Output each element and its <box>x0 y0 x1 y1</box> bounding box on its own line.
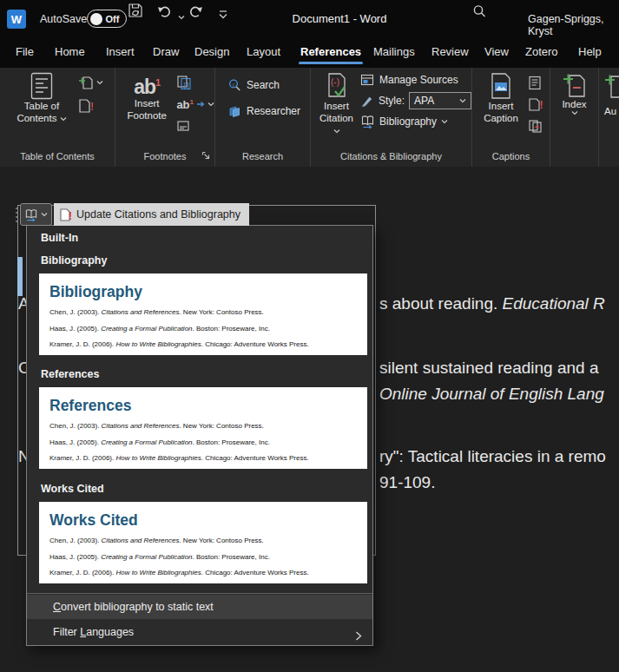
update-figures-icon: ! <box>528 97 543 112</box>
menu-item-convert-bibliography[interactable]: Convert bibliography to static text <box>27 595 372 619</box>
insert-endnote-button[interactable]: [i] <box>176 74 214 91</box>
doc-text-line1: s about reading. Educational R <box>379 294 605 313</box>
tab-review[interactable]: Review <box>431 39 469 65</box>
update-citations-button[interactable]: ! Update Citations and Bibliography <box>54 203 249 226</box>
index-icon <box>563 72 587 98</box>
bibliography-menu-button[interactable] <box>20 203 52 226</box>
manage-sources-icon <box>360 74 375 87</box>
document-title: Document1 - Word <box>257 12 422 25</box>
word-window: W AutoSave Off Document1 - Word <box>0 0 619 672</box>
svg-text:!: ! <box>90 100 93 113</box>
partial-group-text: Au <box>604 106 616 116</box>
citation-entry: Kramer, J. D. (2006). How to Write Bibli… <box>49 569 367 576</box>
mark-citation-icon <box>604 73 619 99</box>
tab-mailings[interactable]: Mailings <box>373 39 415 65</box>
tab-home[interactable]: Home <box>55 39 85 65</box>
group-label-footnotes: Footnotes <box>144 151 187 161</box>
gallery-item-references[interactable]: References Chen, J. (2003). Citations an… <box>39 387 367 469</box>
researcher-icon <box>227 104 242 119</box>
doc-text-line2: silent sustained reading and a <box>379 359 598 378</box>
gallery-item-works-cited[interactable]: Works Cited Chen, J. (2003). Citations a… <box>39 502 367 583</box>
insert-caption-icon <box>489 72 513 100</box>
tab-help[interactable]: Help <box>578 39 602 65</box>
bibliography-control-toolbar: ! Update Citations and Bibliography <box>16 202 249 227</box>
insert-citation-button[interactable]: (-) Insert Citation <box>319 68 353 136</box>
bibliography-icon <box>360 115 375 128</box>
tab-draw[interactable]: Draw <box>153 39 179 65</box>
bibliography-book-icon <box>24 208 38 221</box>
group-label-research: Research <box>242 151 283 161</box>
next-footnote-button[interactable]: ab1 <box>176 96 214 113</box>
svg-text:W: W <box>11 13 23 26</box>
table-of-figures-icon <box>528 76 542 90</box>
group-label-toc: Table of Contents <box>20 151 95 161</box>
title-bar: W AutoSave Off Document1 - Word <box>0 0 619 39</box>
autosave-toggle[interactable]: Off <box>87 10 127 28</box>
tab-file[interactable]: File <box>16 39 34 65</box>
svg-text:[i]: [i] <box>184 81 189 89</box>
svg-text:!: ! <box>69 209 72 221</box>
autosave-label: AutoSave <box>40 13 87 25</box>
group-table-of-contents: Table of Contents <box>0 68 115 167</box>
tab-references[interactable]: References <box>300 39 361 65</box>
manage-sources-button[interactable]: Manage Sources <box>360 69 471 90</box>
bibliography-gallery-dropdown: Built-In Bibliography Bibliography Chen,… <box>26 225 373 646</box>
research-search-icon: i <box>227 78 242 93</box>
menu-separator <box>27 593 372 594</box>
table-of-contents-button[interactable]: Table of Contents <box>10 68 73 124</box>
show-notes-button[interactable] <box>176 117 214 135</box>
citation-entry: Kramer, J. D. (2006). How to Write Bibli… <box>49 454 367 462</box>
insert-footnote-button[interactable]: ab1 Insert Footnote <box>124 68 169 122</box>
group-research: i Search Researcher Research <box>215 68 311 167</box>
style-select[interactable]: APA <box>409 92 471 109</box>
citation-entry: Haas, J. (2005). Creating a Formal Publi… <box>49 325 367 333</box>
ribbon-tab-bar: File Home Insert Draw Design Layout Refe… <box>0 39 619 68</box>
update-table-of-figures-button[interactable]: ! <box>528 96 543 113</box>
citation-entry: Haas, J. (2005). Creating a Formal Publi… <box>49 438 367 446</box>
tab-design[interactable]: Design <box>194 39 229 65</box>
submenu-arrow-icon <box>355 626 362 650</box>
endnote-icon: [i] <box>176 75 193 90</box>
group-citations-bibliography: (-) Insert Citation Manage Sour <box>311 68 472 167</box>
insert-citation-icon: (-) <box>324 72 350 100</box>
add-text-icon <box>78 76 94 90</box>
tab-layout[interactable]: Layout <box>247 39 280 65</box>
show-notes-icon <box>176 120 190 132</box>
group-footnotes: ab1 Insert Footnote [i] ab1 <box>115 68 215 167</box>
tab-zotero[interactable]: Zotero <box>525 39 558 65</box>
group-index: Index <box>550 68 599 167</box>
researcher-button[interactable]: Researcher <box>227 101 300 122</box>
gallery-item-bibliography[interactable]: Bibliography Chen, J. (2003). Citations … <box>39 273 367 355</box>
menu-item-filter-languages[interactable]: Filter Languages <box>27 620 372 644</box>
group-label-citations: Citations & Bibliography <box>340 151 442 161</box>
search-button[interactable]: i Search <box>227 75 280 96</box>
svg-text:i: i <box>233 81 234 88</box>
update-citations-icon: ! <box>59 208 72 222</box>
tab-insert[interactable]: Insert <box>106 39 135 65</box>
citation-entry: Kramer, J. D. (2006). How to Write Bibli… <box>49 340 367 348</box>
footnote-ab1-icon: ab1 <box>134 72 160 97</box>
selection-bar <box>17 257 23 296</box>
bibliography-button[interactable]: Bibliography <box>360 111 471 132</box>
update-table-button[interactable]: ! <box>78 97 103 115</box>
footnotes-dialog-launcher-icon[interactable] <box>201 151 210 161</box>
update-table-icon: ! <box>78 98 93 114</box>
add-text-button[interactable] <box>78 74 103 91</box>
drag-handle-icon[interactable] <box>16 208 17 222</box>
citation-entry: Chen, J. (2003). Citations and Reference… <box>49 422 367 430</box>
tab-view[interactable]: View <box>484 39 509 65</box>
cross-reference-icon <box>528 119 543 133</box>
next-footnote-icon: ab1 <box>176 96 194 111</box>
toc-label-line1: Table of <box>24 100 59 112</box>
toggle-knob-icon <box>90 13 102 25</box>
insert-table-of-figures-button[interactable] <box>528 74 543 91</box>
toc-icon <box>29 72 55 100</box>
ribbon: Table of Contents <box>0 68 619 167</box>
account-name[interactable]: Gagen-Spriggs, Kryst <box>528 13 619 37</box>
insert-caption-button[interactable]: Insert Caption <box>479 68 523 124</box>
bibliography-gallery-heading: Bibliography <box>41 254 107 267</box>
index-button[interactable]: Index <box>555 68 595 115</box>
citation-entry: Haas, J. (2005). Creating a Formal Publi… <box>49 553 367 561</box>
cross-reference-button[interactable] <box>528 117 543 135</box>
group-table-of-authorities-partial: Au <box>599 68 619 167</box>
